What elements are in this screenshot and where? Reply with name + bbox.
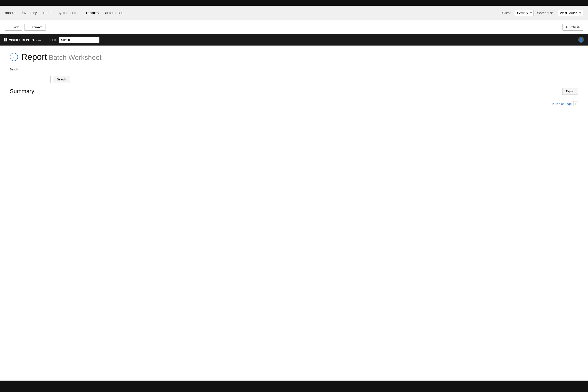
page-title: Report Batch Worksheet	[21, 52, 102, 62]
back-label: Back	[12, 26, 19, 29]
nav-inventory[interactable]: inventory	[22, 11, 37, 15]
sub-nav: VISIBLE REPORTS 3.0 Client 👤	[0, 34, 588, 46]
forward-button[interactable]: → Forward	[24, 24, 46, 30]
batch-form: Batch: Search	[10, 68, 578, 83]
forward-label: Forward	[32, 26, 42, 29]
summary-title: Summary	[10, 88, 34, 94]
page-header: ← Report Batch Worksheet	[10, 52, 578, 62]
refresh-button[interactable]: ↻ Refresh	[562, 24, 583, 30]
export-button[interactable]: Export	[562, 88, 578, 95]
batch-input[interactable]	[10, 76, 51, 83]
batch-input-row: Search	[10, 76, 578, 83]
brand-label: VISIBLE REPORTS	[9, 38, 36, 42]
back-circle-icon: ←	[12, 55, 16, 59]
brand-area: VISIBLE REPORTS 3.0	[4, 38, 45, 42]
top-black-bar	[0, 0, 588, 6]
to-top-arrow-icon: ⇧	[573, 101, 578, 106]
toolbar: ← Back → Forward ↻ Refresh	[0, 20, 588, 34]
client-label: Client:	[502, 11, 512, 15]
sub-nav-right: 👤	[578, 37, 584, 43]
back-circle-button[interactable]: ←	[10, 53, 18, 61]
sub-nav-client-label: Client	[50, 38, 57, 42]
batch-label: Batch:	[10, 68, 18, 71]
back-button[interactable]: ← Back	[5, 24, 22, 30]
user-icon[interactable]: 👤	[578, 37, 584, 43]
nav-links: orders inventory retail system setup rep…	[5, 11, 123, 15]
toolbar-right: ↻ Refresh	[562, 24, 583, 30]
to-top-area: To Top of Page ⇧	[10, 101, 578, 106]
search-button[interactable]: Search	[53, 76, 70, 83]
forward-arrow-icon: →	[28, 26, 30, 29]
sub-nav-client-input[interactable]	[59, 37, 100, 43]
page-title-sub: Batch Worksheet	[49, 54, 102, 61]
version-label: 3.0	[38, 39, 41, 41]
bottom-black-bar	[0, 380, 588, 392]
page-title-main: Report	[21, 52, 47, 62]
nav-orders[interactable]: orders	[5, 11, 15, 15]
nav-bar: orders inventory retail system setup rep…	[0, 6, 588, 20]
client-select[interactable]: Cerritus	[515, 10, 534, 16]
nav-reports[interactable]: reports	[86, 11, 98, 15]
nav-system-setup[interactable]: system setup	[58, 11, 80, 15]
form-row: Batch:	[10, 68, 578, 71]
main-content: ← Report Batch Worksheet Batch: Search S…	[0, 46, 588, 380]
to-top-link[interactable]: To Top of Page	[551, 102, 572, 106]
nav-right: Client: Cerritus Warehouse: West Jordan	[502, 10, 583, 16]
refresh-label: Refresh	[570, 26, 580, 29]
sub-nav-left: VISIBLE REPORTS 3.0 Client	[4, 37, 100, 43]
warehouse-label: Warehouse:	[537, 11, 554, 15]
nav-retail[interactable]: retail	[43, 11, 51, 15]
summary-section: Summary Export	[10, 88, 578, 95]
grid-icon	[4, 38, 7, 42]
nav-automation[interactable]: automation	[105, 11, 123, 15]
refresh-icon: ↻	[566, 26, 568, 29]
back-arrow-icon: ←	[8, 26, 11, 29]
warehouse-select[interactable]: West Jordan	[558, 10, 583, 16]
toolbar-left: ← Back → Forward	[5, 24, 46, 30]
